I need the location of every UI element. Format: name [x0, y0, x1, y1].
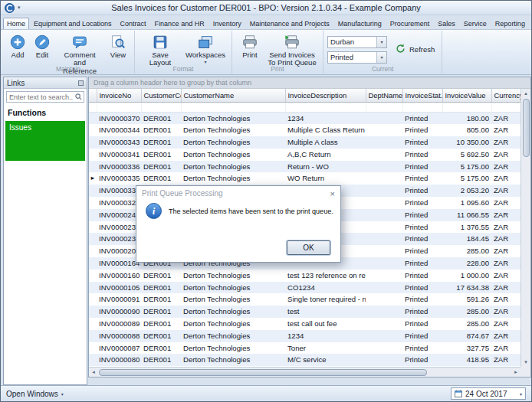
ribbon-group-label-maintain: Maintain [2, 64, 134, 74]
cell-invoicevalue: 874.67 [442, 330, 491, 342]
column-header-invoicedescription[interactable]: InvoiceDescription [285, 89, 366, 102]
tab-finance-and-hr[interactable]: Finance and HR [151, 18, 209, 29]
search-input[interactable] [7, 93, 75, 101]
invoice-row-INV0000080[interactable]: INV0000080DER001Derton TechnologiesM/C s… [89, 354, 521, 366]
scroll-down-icon[interactable]: ▼ [524, 358, 528, 367]
cell-invoiceno: INV0000237 [97, 221, 141, 234]
cell-currency: ZAR [491, 172, 521, 185]
invoice-row-INV0000089[interactable]: INV0000089DER001Derton Technologiestest … [89, 318, 521, 330]
cell-customercode: DER001 [141, 112, 181, 124]
vertical-scrollbar[interactable]: ▲ ▼ [521, 89, 530, 367]
invoice-row-INV0000160[interactable]: INV0000160DER001Derton Technologiestest … [89, 270, 521, 282]
edit-button[interactable]: Edit [31, 32, 54, 60]
tab-equipment-and-locations[interactable]: Equipment and Locations [30, 18, 116, 29]
column-header-currency[interactable]: Currency [491, 89, 521, 102]
print-button[interactable]: Print [236, 32, 264, 60]
cell-invoicestat: Printed [402, 330, 442, 342]
row-indicator [89, 245, 97, 257]
scroll-right-icon[interactable]: ► [511, 370, 521, 374]
cell-invoiceno: INV0000329 [97, 197, 141, 209]
filter-cell[interactable] [97, 102, 141, 112]
quick-access-caret-icon[interactable]: ▾ [18, 5, 21, 11]
ribbon-tab-bar: HomeEquipment and LocationsContractFinan… [1, 15, 531, 29]
cell-invoiceno: INV0000344 [97, 124, 141, 136]
tab-inventory[interactable]: Inventory [209, 18, 245, 29]
branch-combobox[interactable]: Durban ▾ [327, 36, 387, 48]
row-indicator [89, 270, 97, 282]
cell-invoicedescription: test 123 reference on re... [285, 270, 366, 282]
status-combobox[interactable]: Printed ▾ [327, 51, 387, 64]
tab-service[interactable]: Service [460, 18, 491, 29]
invoice-row-INV0000341[interactable]: INV0000341DER001Derton TechnologiesA,B,C… [89, 149, 521, 161]
status-combobox-caret-icon[interactable]: ▾ [376, 52, 386, 63]
filter-cell[interactable] [402, 102, 442, 112]
ok-button[interactable]: OK [287, 240, 330, 255]
filter-indicator-cell [89, 102, 97, 112]
column-header-invoiceno[interactable]: InvoiceNo [97, 89, 141, 102]
cell-invoicestat: Printed [402, 354, 442, 366]
invoice-row-INV0000335[interactable]: ►INV0000335DER001Derton TechnologiesWO R… [89, 172, 521, 185]
filter-cell[interactable] [285, 102, 366, 112]
workspaces-button[interactable]: Workspaces ▾ [183, 32, 228, 67]
cell-currency: ZAR [491, 112, 521, 124]
column-header-customercode[interactable]: CustomerCode [141, 89, 181, 102]
cell-invoiceno: INV0000335 [97, 172, 141, 185]
cell-currency: ZAR [491, 330, 521, 342]
dialog-close-icon[interactable]: × [330, 189, 335, 198]
invoice-row-INV0000343[interactable]: INV0000343DER001Derton TechnologiesMulti… [89, 136, 521, 149]
filter-cell[interactable] [442, 102, 491, 112]
vscroll-thumb[interactable] [523, 99, 530, 157]
current-filters: Durban ▾ Printed ▾ [327, 32, 387, 67]
pin-icon[interactable] [78, 80, 84, 86]
refresh-button[interactable]: Refresh [392, 32, 438, 67]
scroll-left-icon[interactable]: ◄ [89, 370, 98, 374]
column-header-invoicestat[interactable]: InvoiceStat... [402, 89, 442, 102]
cell-customername: Derton Technologies [181, 112, 285, 124]
filter-cell[interactable] [141, 102, 181, 112]
column-header-customername[interactable]: CustomerName [181, 89, 285, 102]
branch-combobox-caret-icon[interactable]: ▾ [376, 37, 386, 47]
filter-cell[interactable] [366, 102, 402, 112]
tab-maintenance-and-projects[interactable]: Maintenance and Projects [246, 18, 333, 29]
cell-deptname [366, 161, 402, 173]
save-layout-button[interactable]: Save Layout [139, 32, 182, 69]
invoice-row-INV0000090[interactable]: INV0000090DER001Derton TechnologiestestP… [89, 306, 521, 318]
tab-contract[interactable]: Contract [117, 18, 150, 29]
tab-procurement[interactable]: Procurement [386, 18, 434, 29]
view-button[interactable]: View [106, 32, 130, 60]
invoice-row-INV0000087[interactable]: INV0000087DER001Derton TechnologiesToner… [89, 342, 521, 355]
filter-cell[interactable] [491, 102, 521, 112]
app-window: Sales Invoices for Customer DER001 - BPO… [0, 0, 532, 402]
search-icon[interactable] [75, 93, 82, 100]
scroll-up-icon[interactable]: ▲ [524, 89, 528, 98]
invoice-row-INV0000370[interactable]: INV0000370DER001Derton Technologies1234P… [89, 112, 521, 124]
send-invoices-to-print-queue-button[interactable]: Send Invoices To Print Queue [265, 32, 319, 69]
cell-deptname [366, 185, 402, 197]
links-panel-title: Links [7, 79, 25, 87]
tab-sales[interactable]: Sales [434, 18, 459, 29]
invoice-row-INV0000091[interactable]: INV0000091DER001Derton TechnologiesSingl… [89, 293, 521, 306]
group-by-bar[interactable]: Drag a column header here to group by th… [89, 77, 530, 89]
cell-invoicedescription: 1234 [285, 330, 366, 342]
column-header-deptname[interactable]: DeptName [366, 89, 402, 102]
cell-deptname [366, 354, 402, 366]
app-logo-icon[interactable] [5, 3, 15, 13]
tab-home[interactable]: Home [3, 18, 29, 29]
cell-deptname [366, 221, 402, 234]
ribbon-group-label-print: Print [232, 64, 323, 74]
invoice-row-INV0000336[interactable]: INV0000336DER001Derton TechnologiesRetur… [89, 161, 521, 173]
date-editor[interactable]: 24 Oct 2017 ▾ [451, 387, 526, 400]
invoice-row-INV0000344[interactable]: INV0000344DER001Derton TechnologiesMulti… [89, 124, 521, 136]
add-button[interactable]: Add [6, 32, 29, 60]
invoice-row-INV0000088[interactable]: INV0000088DER001Derton Technologies1234P… [89, 330, 521, 342]
filter-cell[interactable] [181, 102, 285, 112]
tab-reporting[interactable]: Reporting [491, 18, 529, 29]
sidebar-item-issues[interactable]: Issues [5, 121, 85, 161]
open-windows-button[interactable]: Open Windows ▾ [6, 390, 64, 398]
hscroll-thumb[interactable] [99, 369, 427, 376]
horizontal-scrollbar[interactable]: ◄ ► [89, 367, 521, 377]
invoice-row-INV0000105[interactable]: INV0000105DER001Derton TechnologiesCO123… [89, 282, 521, 294]
cell-currency: ZAR [491, 161, 521, 173]
tab-manufacturing[interactable]: Manufacturing [334, 18, 386, 29]
column-header-invoicevalue[interactable]: InvoiceValue [442, 89, 491, 102]
